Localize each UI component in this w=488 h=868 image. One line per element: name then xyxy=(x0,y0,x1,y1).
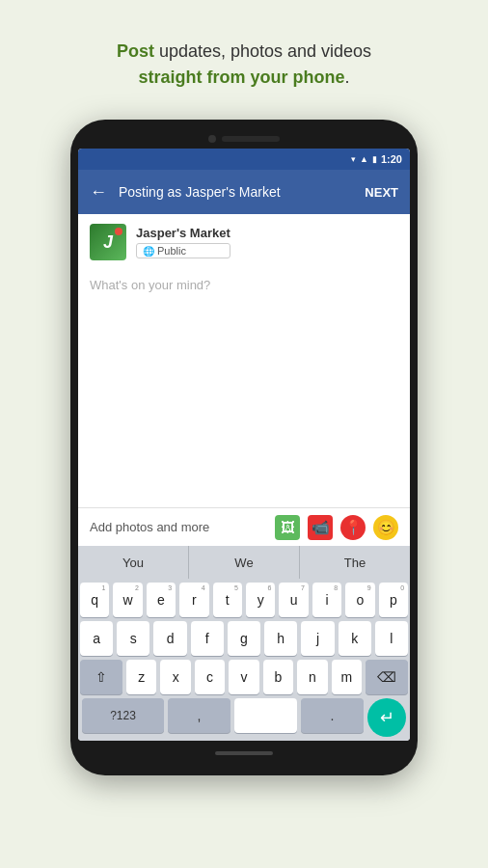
key-h[interactable]: h xyxy=(264,621,297,656)
comma-key[interactable]: , xyxy=(168,698,230,733)
headline: Post updates, photos and videos straight… xyxy=(117,39,371,91)
phone-screen: ▾ ▲ ▮ 1:20 ← Posting as Jasper's Market … xyxy=(78,149,410,741)
post-text-input[interactable]: What's on your mind? xyxy=(78,270,410,507)
phone-camera xyxy=(208,135,216,143)
key-z[interactable]: z xyxy=(126,660,156,694)
key-m[interactable]: m xyxy=(332,660,362,694)
headline-line2-bold: straight from your phone xyxy=(138,68,344,87)
key-x[interactable]: x xyxy=(160,660,190,694)
keyboard-row-1: 1q 2w 3e 4r 5t 6y 7u 8i 9o 0p xyxy=(80,583,408,617)
page-name: Jasper's Market xyxy=(136,226,230,240)
key-q[interactable]: 1q xyxy=(80,583,109,617)
phone-speaker xyxy=(222,136,280,142)
key-c[interactable]: c xyxy=(195,660,225,694)
suggestion-the[interactable]: The xyxy=(300,546,410,579)
backspace-key[interactable]: ⌫ xyxy=(366,660,408,694)
add-photo-button[interactable]: 🖼 xyxy=(275,515,300,540)
key-j[interactable]: j xyxy=(301,621,334,656)
add-location-button[interactable]: 📍 xyxy=(340,515,366,540)
app-bar-title: Posting as Jasper's Market xyxy=(119,184,365,200)
keyboard-row-bottom: ?123 , . ↵ xyxy=(80,698,408,737)
add-emoji-button[interactable]: 😊 xyxy=(373,515,398,540)
key-f[interactable]: f xyxy=(191,621,224,656)
toolbar-label: Add photos and more xyxy=(90,520,275,534)
key-g[interactable]: g xyxy=(228,621,260,656)
key-w[interactable]: 2w xyxy=(113,583,142,617)
keyboard: 1q 2w 3e 4r 5t 6y 7u 8i 9o 0p a s d f g … xyxy=(78,579,410,741)
status-time: 1:20 xyxy=(381,153,402,165)
headline-line2-rest: . xyxy=(345,68,350,87)
headline-line1-rest: updates, photos and videos xyxy=(154,41,371,61)
toolbar-icons: 🖼 📹 📍 😊 xyxy=(275,515,398,540)
avatar-letter: J xyxy=(103,232,113,253)
key-d[interactable]: d xyxy=(153,621,186,656)
key-v[interactable]: v xyxy=(229,660,258,694)
audience-selector[interactable]: 🌐 Public xyxy=(136,243,230,258)
key-o[interactable]: 9o xyxy=(345,583,374,617)
photo-icon: 🖼 xyxy=(281,519,295,535)
suggestion-we[interactable]: We xyxy=(189,546,300,579)
keyboard-row-3: ⇧ z x c v b n m ⌫ xyxy=(80,660,408,694)
status-icons: ▾ ▲ ▮ 1:20 xyxy=(351,153,402,165)
avatar-decoration xyxy=(115,228,122,235)
phone-bottom-bar xyxy=(78,746,410,760)
home-bar xyxy=(215,751,273,755)
avatar: J xyxy=(90,224,126,260)
app-bar: ← Posting as Jasper's Market NEXT xyxy=(78,170,410,214)
audience-label: Public xyxy=(157,245,186,257)
emoji-icon: 😊 xyxy=(377,519,395,536)
key-a[interactable]: a xyxy=(80,621,113,656)
location-icon: 📍 xyxy=(344,519,363,536)
key-b[interactable]: b xyxy=(263,660,293,694)
wifi-icon: ▾ xyxy=(351,154,356,164)
keyboard-suggestions: You We The xyxy=(78,546,410,579)
post-toolbar: Add photos and more 🖼 📹 📍 😊 xyxy=(78,507,410,546)
post-placeholder: What's on your mind? xyxy=(90,278,210,292)
key-n[interactable]: n xyxy=(297,660,327,694)
key-t[interactable]: 5t xyxy=(213,583,242,617)
add-video-button[interactable]: 📹 xyxy=(308,515,333,540)
key-l[interactable]: l xyxy=(375,621,408,656)
signal-icon: ▲ xyxy=(360,154,368,164)
globe-icon: 🌐 xyxy=(143,246,154,257)
battery-icon: ▮ xyxy=(372,154,377,164)
phone-device: ▾ ▲ ▮ 1:20 ← Posting as Jasper's Market … xyxy=(70,120,418,775)
video-icon: 📹 xyxy=(312,519,330,536)
key-i[interactable]: 8i xyxy=(312,583,341,617)
headline-bold: Post xyxy=(117,41,154,61)
key-r[interactable]: 4r xyxy=(179,583,208,617)
post-area: J Jasper's Market 🌐 Public What's on you… xyxy=(78,214,410,546)
next-button[interactable]: NEXT xyxy=(365,185,398,200)
key-p[interactable]: 0p xyxy=(379,583,408,617)
keyboard-row-2: a s d f g h j k l xyxy=(80,621,408,656)
key-e[interactable]: 3e xyxy=(147,583,176,617)
period-key[interactable]: . xyxy=(301,698,364,733)
key-s[interactable]: s xyxy=(117,621,149,656)
status-bar: ▾ ▲ ▮ 1:20 xyxy=(78,149,410,170)
num-key[interactable]: ?123 xyxy=(82,698,164,733)
key-k[interactable]: k xyxy=(339,621,371,656)
enter-key[interactable]: ↵ xyxy=(367,698,406,737)
shift-key[interactable]: ⇧ xyxy=(80,660,122,694)
phone-notch xyxy=(78,135,410,143)
post-header: J Jasper's Market 🌐 Public xyxy=(78,214,410,270)
spacebar[interactable] xyxy=(234,698,297,733)
suggestion-you[interactable]: You xyxy=(78,546,189,579)
key-y[interactable]: 6y xyxy=(246,583,275,617)
back-button[interactable]: ← xyxy=(90,182,107,203)
post-header-info: Jasper's Market 🌐 Public xyxy=(136,226,230,258)
key-u[interactable]: 7u xyxy=(279,583,308,617)
